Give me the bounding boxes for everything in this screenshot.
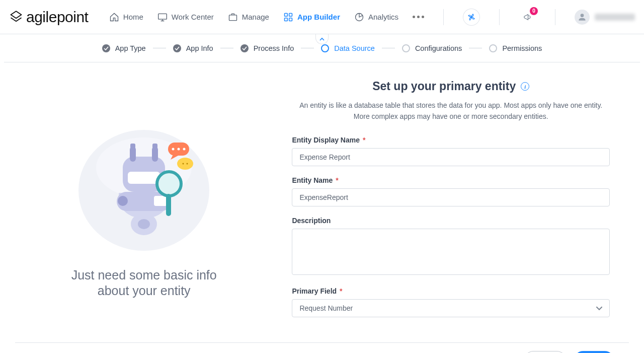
nav-home[interactable]: Home <box>109 0 143 34</box>
nav-analytics[interactable]: Analytics <box>354 0 398 34</box>
nav-label: Work Center <box>172 13 214 21</box>
svg-point-28 <box>157 172 181 196</box>
step-connector <box>469 48 482 48</box>
cancel-button[interactable]: Cancel <box>468 351 516 353</box>
left-panel: Just need some basic info about your ent… <box>15 74 273 342</box>
svg-point-24 <box>118 196 128 206</box>
nav-label: Home <box>123 13 143 21</box>
svg-point-15 <box>183 163 184 164</box>
monitor-icon <box>157 12 168 22</box>
step-connector <box>153 48 166 48</box>
svg-point-16 <box>187 163 188 164</box>
step-configurations[interactable]: Configurations <box>402 44 462 52</box>
required-indicator: * <box>363 136 365 144</box>
svg-rect-29 <box>166 194 171 216</box>
svg-rect-20 <box>152 147 158 162</box>
step-label: Configurations <box>415 44 462 52</box>
page-subtitle: An entity is like a database table that … <box>292 100 610 122</box>
svg-rect-25 <box>154 196 167 206</box>
entity-name-label: Entity Name <box>292 176 333 184</box>
next-button[interactable]: Next <box>574 351 614 353</box>
svg-rect-19 <box>130 147 136 162</box>
svg-rect-4 <box>284 18 287 21</box>
logo-icon <box>9 10 23 24</box>
nav-appbuilder[interactable]: App Builder <box>283 0 340 34</box>
svg-rect-5 <box>289 18 292 21</box>
form-panel: Set up your primary entity i An entity i… <box>273 74 629 342</box>
user-menu[interactable] <box>575 10 635 25</box>
divider <box>443 9 444 25</box>
divider <box>555 9 555 25</box>
svg-point-14 <box>177 158 193 170</box>
description-label: Description <box>292 217 331 225</box>
svg-rect-3 <box>289 13 292 16</box>
home-icon <box>109 12 119 22</box>
svg-point-7 <box>581 14 584 17</box>
content-area: Just need some basic info about your ent… <box>0 62 644 342</box>
primary-field-select[interactable]: Request Number <box>292 299 610 317</box>
robot-illustration <box>73 117 214 258</box>
main-nav: Home Work Center Manage App Builder Anal… <box>109 0 635 34</box>
chevron-up-icon <box>319 37 325 42</box>
svg-point-13 <box>183 148 186 150</box>
notification-badge: 0 <box>530 7 538 15</box>
back-button[interactable]: Back <box>524 351 566 353</box>
step-label: App Type <box>115 44 146 52</box>
notifications-button[interactable]: 0 <box>519 9 536 26</box>
briefcase-icon <box>228 12 238 22</box>
svg-rect-22 <box>152 144 157 149</box>
step-app-type[interactable]: App Type <box>102 44 146 52</box>
description-input[interactable] <box>292 229 610 275</box>
required-indicator: * <box>336 176 338 184</box>
radio-empty-icon <box>402 44 410 52</box>
nav-label: Manage <box>242 13 269 21</box>
radio-current-icon <box>321 44 329 52</box>
step-label: Process Info <box>254 44 294 52</box>
step-permissions[interactable]: Permissions <box>489 44 542 52</box>
logo-text: agilepoint <box>26 9 88 26</box>
pinwheel-icon <box>467 13 476 22</box>
check-icon <box>102 44 110 52</box>
check-icon <box>173 44 181 52</box>
nav-more[interactable] <box>413 16 424 18</box>
wizard-footer: Cancel Back Next <box>15 342 629 353</box>
nav-label: App Builder <box>297 13 340 21</box>
divider <box>499 9 500 25</box>
entity-name-input[interactable] <box>292 188 610 206</box>
username-placeholder <box>595 14 635 21</box>
svg-rect-21 <box>130 144 135 149</box>
step-label: Permissions <box>502 44 542 52</box>
grid-icon <box>283 12 293 22</box>
svg-point-27 <box>138 219 150 229</box>
apps-button[interactable] <box>463 9 480 26</box>
info-icon[interactable]: i <box>521 82 529 91</box>
header: agilepoint Home Work Center Manage App B… <box>0 0 644 34</box>
svg-rect-2 <box>284 13 287 16</box>
nav-workcenter[interactable]: Work Center <box>157 0 214 34</box>
svg-rect-0 <box>158 14 167 19</box>
radio-empty-icon <box>489 44 497 52</box>
step-data-source[interactable]: Data Source <box>321 44 375 52</box>
required-indicator: * <box>340 287 342 295</box>
page-title: Set up your primary entity <box>372 80 516 93</box>
step-label: App Info <box>186 44 213 52</box>
entity-display-name-input[interactable] <box>292 148 610 166</box>
step-process-info[interactable]: Process Info <box>240 44 294 52</box>
nav-manage[interactable]: Manage <box>228 0 269 34</box>
nav-label: Analytics <box>368 13 398 21</box>
check-icon <box>240 44 249 52</box>
step-connector <box>382 48 395 48</box>
entity-form: Entity Display Name* Entity Name* Descri… <box>292 136 610 317</box>
svg-point-11 <box>172 148 175 150</box>
svg-rect-1 <box>229 15 236 20</box>
left-caption: Just need some basic info about your ent… <box>68 267 219 299</box>
pie-icon <box>354 12 364 22</box>
avatar-icon <box>575 10 590 25</box>
display-name-label: Entity Display Name <box>292 136 360 144</box>
logo[interactable]: agilepoint <box>9 9 88 26</box>
svg-rect-18 <box>128 172 160 184</box>
step-app-info[interactable]: App Info <box>173 44 213 52</box>
primary-field-label: Primary Field <box>292 287 337 295</box>
step-connector <box>301 48 314 48</box>
step-connector <box>220 48 233 48</box>
